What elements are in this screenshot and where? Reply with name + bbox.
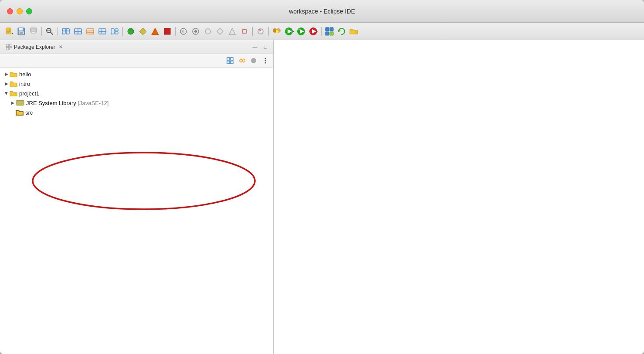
svg-rect-71 bbox=[227, 61, 230, 64]
stop-button[interactable] bbox=[308, 26, 319, 37]
svg-rect-13 bbox=[32, 31, 35, 31]
toolbar-separator-1 bbox=[41, 27, 42, 36]
svg-marker-52 bbox=[293, 31, 294, 32]
refresh-icon bbox=[337, 27, 346, 36]
tree-arrow-jre: ▶ bbox=[10, 100, 16, 106]
triangle-outline-button[interactable] bbox=[227, 26, 238, 37]
circle-icon bbox=[127, 27, 135, 35]
traffic-lights bbox=[7, 8, 32, 14]
tree-item-intro[interactable]: ▶ intro bbox=[0, 79, 273, 88]
jre-label: JRE System Library [JavaSE-12] bbox=[26, 100, 108, 106]
svg-rect-59 bbox=[325, 27, 329, 31]
tree-item-hello[interactable]: ▶ hello bbox=[0, 69, 273, 79]
link-editor-button[interactable] bbox=[237, 55, 247, 66]
svg-rect-30 bbox=[111, 29, 114, 34]
svg-marker-58 bbox=[317, 31, 318, 32]
svg-text:S: S bbox=[182, 30, 184, 34]
print-icon bbox=[30, 27, 37, 35]
more-options-button[interactable] bbox=[260, 55, 271, 66]
close-tab-button[interactable]: ✕ bbox=[59, 44, 63, 50]
debug-button[interactable] bbox=[271, 26, 282, 37]
svg-point-40 bbox=[194, 30, 197, 33]
tree-item-project1[interactable]: ▶ project1 bbox=[0, 88, 273, 98]
svg-rect-20 bbox=[62, 29, 69, 31]
square-small-icon bbox=[241, 27, 248, 35]
search-button[interactable] bbox=[44, 26, 55, 37]
layout-2-icon bbox=[74, 27, 82, 35]
layout-1-button[interactable] bbox=[60, 26, 71, 37]
element-diamond-button[interactable] bbox=[137, 26, 149, 37]
layout-5-icon bbox=[111, 27, 119, 35]
open-folder-button[interactable] bbox=[348, 26, 359, 37]
filter-button[interactable] bbox=[248, 55, 259, 66]
svg-marker-42 bbox=[217, 28, 223, 34]
svg-rect-62 bbox=[330, 32, 333, 35]
svg-point-75 bbox=[265, 60, 266, 61]
svg-rect-66 bbox=[10, 44, 12, 47]
svg-rect-9 bbox=[20, 32, 23, 34]
print-button[interactable] bbox=[28, 26, 39, 37]
step-over-button[interactable]: S bbox=[178, 26, 189, 37]
sync-button[interactable]: S bbox=[255, 26, 266, 37]
collapse-all-button[interactable] bbox=[225, 55, 235, 66]
run-external-button[interactable] bbox=[190, 26, 201, 37]
layout-1-icon bbox=[62, 27, 70, 35]
svg-rect-31 bbox=[115, 29, 118, 31]
svg-line-16 bbox=[51, 32, 53, 34]
new-file-button[interactable] bbox=[3, 26, 15, 37]
step-over-icon: S bbox=[180, 27, 187, 35]
collapse-all-icon bbox=[227, 57, 234, 64]
jre-library-icon bbox=[16, 99, 24, 106]
minimize-panel-button[interactable]: — bbox=[251, 43, 259, 51]
toolbar-separator-2 bbox=[58, 27, 58, 36]
package-explorer-tab[interactable]: Package Explorer ✕ bbox=[3, 43, 65, 51]
svg-rect-18 bbox=[62, 29, 65, 34]
tree-arrow-intro: ▶ bbox=[3, 81, 10, 87]
save-button[interactable] bbox=[16, 26, 27, 37]
svg-point-74 bbox=[265, 58, 266, 59]
square-small-button[interactable] bbox=[239, 26, 250, 37]
element-square-button[interactable] bbox=[162, 26, 173, 37]
package-explorer-icon bbox=[6, 44, 12, 50]
tree-item-src[interactable]: src bbox=[0, 108, 273, 117]
search-icon bbox=[46, 27, 54, 35]
tree-item-jre[interactable]: ▶ JRE System Library [JavaSE-12] bbox=[0, 98, 273, 108]
svg-rect-14 bbox=[32, 31, 35, 32]
debug-icon bbox=[272, 27, 281, 36]
external-tools-button[interactable] bbox=[324, 26, 335, 37]
svg-rect-24 bbox=[87, 29, 94, 34]
maximize-panel-button[interactable]: □ bbox=[261, 43, 270, 51]
diamond-outline-button[interactable] bbox=[214, 26, 226, 37]
svg-marker-35 bbox=[152, 28, 159, 35]
layout-4-button[interactable] bbox=[97, 26, 108, 37]
package-explorer-label: Package Explorer bbox=[14, 44, 55, 50]
package-explorer-panel: Package Explorer ✕ — □ bbox=[0, 40, 274, 354]
editor-area bbox=[274, 40, 644, 354]
circle-outline-button[interactable] bbox=[202, 26, 214, 37]
svg-rect-1 bbox=[9, 28, 11, 30]
run-button[interactable] bbox=[283, 26, 295, 37]
diamond-icon bbox=[139, 27, 147, 35]
layout-3-icon bbox=[86, 27, 94, 35]
layout-3-button[interactable] bbox=[85, 26, 96, 37]
maximize-button[interactable] bbox=[26, 8, 32, 14]
intro-folder-icon bbox=[10, 80, 17, 87]
external-tools-icon bbox=[325, 27, 334, 36]
element-circle-button[interactable] bbox=[125, 26, 136, 37]
element-triangle-button[interactable] bbox=[149, 26, 161, 37]
more-options-icon bbox=[262, 57, 269, 64]
minimize-button[interactable] bbox=[17, 8, 23, 14]
layout-5-button[interactable] bbox=[109, 26, 120, 37]
toolbar-separator-6 bbox=[268, 27, 269, 36]
svg-rect-72 bbox=[230, 61, 233, 64]
layout-2-button[interactable] bbox=[72, 26, 84, 37]
project1-folder-icon bbox=[10, 90, 17, 97]
tree-arrow-hello: ▶ bbox=[3, 71, 10, 77]
tree-arrow-project1: ▶ bbox=[3, 90, 10, 96]
svg-point-33 bbox=[128, 28, 134, 34]
toolbar-separator-3 bbox=[122, 27, 123, 36]
refresh-button[interactable] bbox=[336, 26, 347, 37]
run-coverage-button[interactable] bbox=[295, 26, 307, 37]
svg-rect-44 bbox=[243, 30, 246, 33]
close-button[interactable] bbox=[7, 8, 13, 14]
